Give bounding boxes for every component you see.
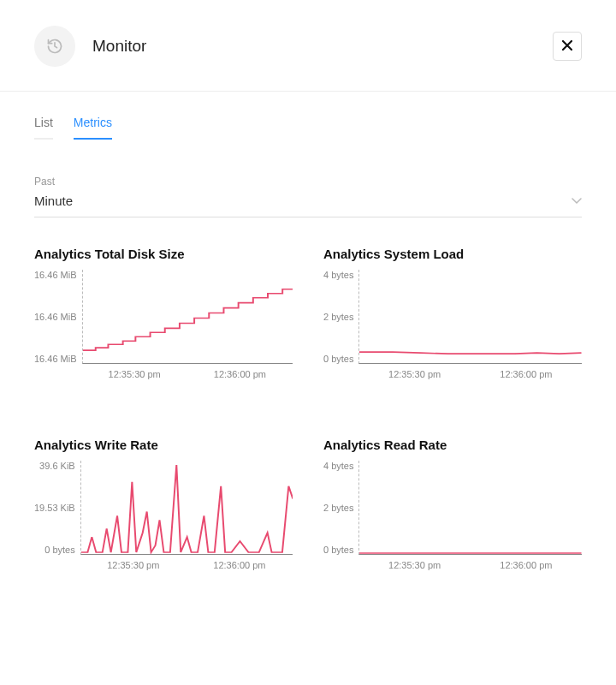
y-tick: 2 bytes xyxy=(323,312,353,322)
y-axis: 39.6 KiB 19.53 KiB 0 bytes xyxy=(34,461,80,555)
series-line xyxy=(359,461,582,554)
plot xyxy=(82,270,293,364)
y-axis: 4 bytes 2 bytes 0 bytes xyxy=(323,270,358,364)
chart-write-rate: Analytics Write Rate 39.6 KiB 19.53 KiB … xyxy=(34,438,293,581)
x-axis: 12:35:30 pm 12:36:00 pm xyxy=(82,369,293,379)
chart-system-load: Analytics System Load 4 bytes 2 bytes 0 … xyxy=(323,247,582,390)
chart-area: 4 bytes 2 bytes 0 bytes 12:35:30 pm 12:3… xyxy=(323,461,582,581)
chart-title: Analytics Write Rate xyxy=(34,438,293,452)
page-header: Monitor xyxy=(0,0,616,92)
page-title: Monitor xyxy=(92,37,146,56)
chart-area: 39.6 KiB 19.53 KiB 0 bytes 12:35:30 pm 1… xyxy=(34,461,293,581)
time-range-selector-wrap: Past Minute xyxy=(34,176,582,217)
series-line xyxy=(81,461,293,554)
time-range-selector[interactable]: Minute xyxy=(34,193,582,217)
y-axis: 4 bytes 2 bytes 0 bytes xyxy=(323,461,358,555)
close-icon xyxy=(562,39,572,54)
plot-wrap: 12:35:30 pm 12:36:00 pm xyxy=(358,270,582,390)
plot-wrap: 12:35:30 pm 12:36:00 pm xyxy=(80,461,293,581)
chart-title: Analytics Read Rate xyxy=(323,438,582,452)
chart-title: Analytics Total Disk Size xyxy=(34,247,293,261)
x-axis: 12:35:30 pm 12:36:00 pm xyxy=(358,560,582,570)
time-range-label: Past xyxy=(34,176,582,188)
y-tick: 16.46 MiB xyxy=(34,354,77,364)
chart-title: Analytics System Load xyxy=(323,247,582,261)
x-tick: 12:35:30 pm xyxy=(388,369,441,379)
content: List Metrics Past Minute Analytics Total… xyxy=(0,92,616,581)
y-tick: 4 bytes xyxy=(323,461,353,471)
plot-wrap: 12:35:30 pm 12:36:00 pm xyxy=(82,270,293,390)
history-icon xyxy=(34,26,75,67)
close-button[interactable] xyxy=(553,32,582,61)
y-tick: 39.6 KiB xyxy=(39,461,75,471)
x-tick: 12:35:30 pm xyxy=(109,369,161,379)
x-tick: 12:35:30 pm xyxy=(388,560,441,570)
y-tick: 2 bytes xyxy=(323,503,353,513)
plot xyxy=(80,461,293,555)
chart-read-rate: Analytics Read Rate 4 bytes 2 bytes 0 by… xyxy=(323,438,582,581)
x-tick: 12:36:00 pm xyxy=(500,369,552,379)
tabs: List Metrics xyxy=(34,110,582,140)
x-tick: 12:35:30 pm xyxy=(107,560,159,570)
plot xyxy=(358,461,582,555)
plot xyxy=(358,270,582,364)
x-tick: 12:36:00 pm xyxy=(214,369,266,379)
y-tick: 4 bytes xyxy=(323,270,353,280)
tab-list[interactable]: List xyxy=(34,110,53,140)
y-tick: 16.46 MiB xyxy=(34,312,77,322)
y-tick: 0 bytes xyxy=(323,354,353,364)
x-tick: 12:36:00 pm xyxy=(500,560,552,570)
chart-area: 4 bytes 2 bytes 0 bytes 12:35:30 pm 12:3… xyxy=(323,270,582,390)
y-tick: 16.46 MiB xyxy=(34,270,77,280)
header-left: Monitor xyxy=(34,26,146,67)
tab-metrics[interactable]: Metrics xyxy=(74,110,112,140)
series-line xyxy=(83,270,293,363)
y-axis: 16.46 MiB 16.46 MiB 16.46 MiB xyxy=(34,270,82,364)
x-axis: 12:35:30 pm 12:36:00 pm xyxy=(358,369,582,379)
x-tick: 12:36:00 pm xyxy=(213,560,265,570)
plot-wrap: 12:35:30 pm 12:36:00 pm xyxy=(358,461,582,581)
chart-disk-size: Analytics Total Disk Size 16.46 MiB 16.4… xyxy=(34,247,293,390)
x-axis: 12:35:30 pm 12:36:00 pm xyxy=(80,560,293,570)
series-line xyxy=(359,270,582,363)
charts-grid: Analytics Total Disk Size 16.46 MiB 16.4… xyxy=(34,247,582,581)
y-tick: 0 bytes xyxy=(44,545,74,555)
time-range-value: Minute xyxy=(34,194,73,208)
chevron-down-icon xyxy=(572,193,582,208)
y-tick: 0 bytes xyxy=(323,545,353,555)
chart-area: 16.46 MiB 16.46 MiB 16.46 MiB 12:35:30 p… xyxy=(34,270,293,390)
y-tick: 19.53 KiB xyxy=(34,503,75,513)
